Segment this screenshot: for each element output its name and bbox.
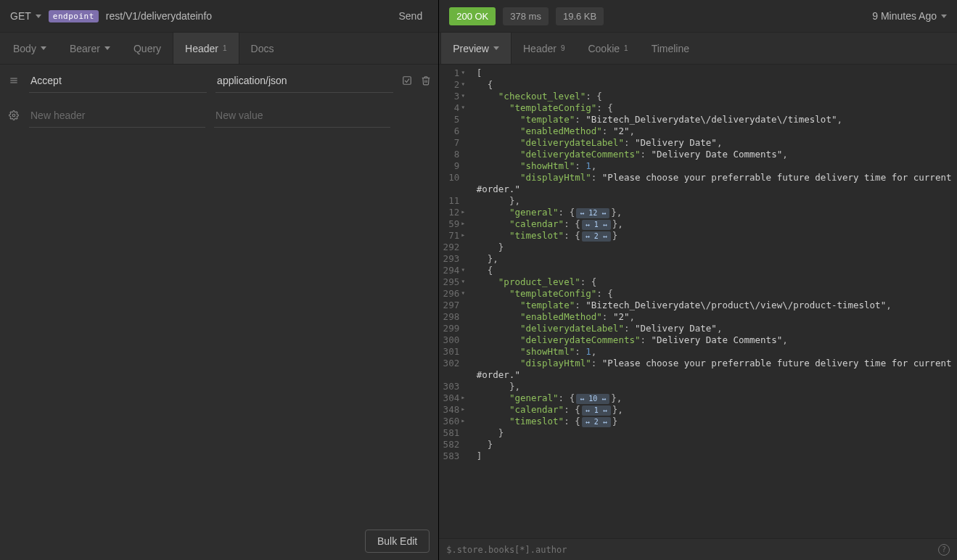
chevron-down-icon (941, 15, 947, 18)
bulk-edit-button[interactable]: Bulk Edit (365, 530, 430, 553)
drag-handle-icon[interactable] (7, 75, 20, 88)
response-body-viewer[interactable]: 1▾ [2▾ {3▾ "checkout_level": {4▾ "templa… (439, 65, 957, 538)
tab-docs[interactable]: Docs (239, 33, 286, 64)
header-row (7, 67, 431, 102)
tab-cookie-count: 1 (624, 44, 628, 52)
code-line: 304▸ "general": {↔ 10 ↔}, (439, 392, 957, 404)
send-button[interactable]: Send (393, 7, 428, 25)
code-line: 303 }, (439, 381, 957, 392)
code-line: 1▾ [ (439, 67, 957, 79)
tab-body[interactable]: Body (1, 33, 58, 64)
svg-rect-3 (403, 77, 411, 85)
response-size-badge: 19.6 KB (556, 7, 604, 25)
new-header-name-input[interactable] (29, 105, 205, 128)
response-time-badge: 378 ms (503, 7, 549, 25)
code-line: 5 "template": "Biztech_Deliverydate\/del… (439, 114, 957, 125)
fold-toggle[interactable]: ▸ (461, 218, 469, 228)
fold-pill[interactable]: ↔ 2 ↔ (582, 231, 611, 242)
tab-timeline-label: Timeline (652, 43, 689, 54)
code-line: 11 }, (439, 195, 957, 207)
fold-pill[interactable]: ↔ 10 ↔ (576, 394, 609, 404)
chevron-down-icon (104, 46, 110, 50)
request-tabbar: Body Bearer Query Header 1 Docs (0, 33, 438, 65)
fold-pill[interactable]: ↔ 1 ↔ (582, 405, 611, 416)
tab-auth[interactable]: Bearer (58, 33, 122, 64)
code-line: 298 "enabledMethod": "2", (439, 311, 957, 323)
code-line: 348▸ "calendar": {↔ 1 ↔}, (439, 404, 957, 416)
code-line: 300 "deliverydateComments": "Delivery Da… (439, 334, 957, 346)
fold-toggle[interactable]: ▾ (461, 276, 469, 287)
code-line: 10 "displayHtml": "Please choose your pr… (439, 172, 957, 184)
tab-preview[interactable]: Preview (440, 33, 512, 64)
new-header-value-input[interactable] (214, 105, 390, 128)
response-filter-input[interactable] (446, 545, 938, 555)
tab-docs-label: Docs (251, 43, 274, 54)
response-footer: ? (439, 538, 957, 560)
fold-toggle[interactable]: ▾ (461, 67, 469, 78)
header-enabled-checkbox[interactable] (402, 75, 412, 88)
response-age-label: 9 Minutes Ago (872, 10, 937, 22)
svg-point-4 (12, 114, 15, 117)
tab-header-label: Header (185, 43, 218, 54)
code-line: 295▾ "product_level": { (439, 276, 957, 288)
tab-response-header[interactable]: Header 9 (512, 33, 576, 64)
code-line: 299 "deliverydateLabel": "Delivery Date"… (439, 323, 957, 334)
code-line: 296▾ "templateConfig": { (439, 288, 957, 300)
code-line: #order." (439, 184, 957, 195)
response-topbar: 200 OK 378 ms 19.6 KB 9 Minutes Ago (439, 0, 957, 33)
code-line: 293 }, (439, 253, 957, 265)
gear-icon[interactable] (7, 110, 20, 123)
fold-toggle[interactable]: ▸ (461, 207, 469, 217)
http-method-label: GET (10, 10, 31, 22)
code-line: 4▾ "templateConfig": { (439, 102, 957, 114)
fold-toggle[interactable]: ▾ (461, 265, 469, 275)
fold-toggle[interactable]: ▸ (461, 230, 469, 240)
fold-toggle[interactable]: ▾ (461, 288, 469, 298)
tab-cookie[interactable]: Cookie 1 (576, 33, 639, 64)
fold-toggle[interactable]: ▾ (461, 102, 469, 112)
tab-header[interactable]: Header 1 (173, 33, 239, 64)
fold-toggle[interactable]: ▾ (461, 91, 469, 101)
chevron-down-icon (41, 46, 46, 50)
fold-toggle[interactable]: ▾ (461, 79, 469, 89)
request-topbar: GET endpoint rest/V1/deliverydateinfo Se… (0, 0, 438, 33)
response-tabbar: Preview Header 9 Cookie 1 Timeline (439, 33, 957, 65)
code-line: 7 "deliverydateLabel": "Delivery Date", (439, 137, 957, 149)
delete-header-button[interactable] (421, 75, 431, 88)
fold-pill[interactable]: ↔ 1 ↔ (582, 220, 611, 230)
headers-editor (0, 65, 438, 560)
code-line: 6 "enabledMethod": "2", (439, 125, 957, 137)
fold-pill[interactable]: ↔ 2 ↔ (582, 417, 611, 427)
code-line: 71▸ "timeslot": {↔ 2 ↔} (439, 230, 957, 242)
tab-query[interactable]: Query (122, 33, 173, 64)
header-name-input[interactable] (29, 70, 207, 93)
code-line: 12▸ "general": {↔ 12 ↔}, (439, 207, 957, 218)
code-line: 302 "displayHtml": "Please choose your p… (439, 358, 957, 369)
code-line: 292 } (439, 242, 957, 253)
chevron-down-icon (36, 15, 41, 18)
response-history-dropdown[interactable]: 9 Minutes Ago (872, 10, 947, 22)
code-line: 583 ] (439, 450, 957, 462)
header-value-input[interactable] (215, 70, 393, 93)
tab-timeline[interactable]: Timeline (640, 33, 701, 64)
fold-toggle[interactable]: ▸ (461, 392, 469, 403)
endpoint-tag: endpoint (49, 10, 99, 22)
code-line: 9 "showHtml": 1, (439, 160, 957, 172)
help-icon[interactable]: ? (938, 544, 950, 556)
tab-body-label: Body (13, 43, 36, 54)
code-line: 294▾ { (439, 265, 957, 276)
tab-auth-label: Bearer (70, 43, 100, 54)
code-line: 301 "showHtml": 1, (439, 346, 957, 358)
fold-pill[interactable]: ↔ 12 ↔ (576, 208, 609, 218)
tab-cookie-label: Cookie (588, 43, 620, 54)
http-method-dropdown[interactable]: GET (10, 10, 41, 22)
request-url[interactable]: rest/V1/deliverydateinfo (106, 10, 386, 22)
chevron-down-icon (493, 46, 499, 50)
tab-query-label: Query (134, 43, 161, 54)
code-line: 581 } (439, 427, 957, 439)
header-row-new (7, 102, 431, 137)
tab-response-header-count: 9 (561, 44, 565, 52)
fold-toggle[interactable]: ▸ (461, 404, 469, 414)
code-line: 2▾ { (439, 79, 957, 91)
fold-toggle[interactable]: ▸ (461, 416, 469, 426)
